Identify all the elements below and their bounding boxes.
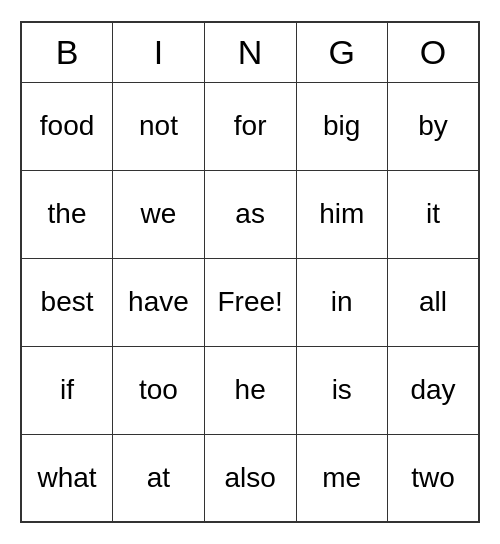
bingo-cell-2-2: Free! (204, 258, 296, 346)
bingo-card: BINGO foodnotforbigbytheweashimitbesthav… (20, 21, 480, 523)
header-col-n: N (204, 22, 296, 82)
bingo-cell-3-0: if (21, 346, 113, 434)
bingo-cell-4-0: what (21, 434, 113, 522)
bingo-cell-4-2: also (204, 434, 296, 522)
bingo-row-2: besthaveFree!inall (21, 258, 479, 346)
bingo-cell-2-4: all (387, 258, 479, 346)
bingo-cell-1-1: we (113, 170, 205, 258)
header-col-b: B (21, 22, 113, 82)
bingo-cell-1-0: the (21, 170, 113, 258)
bingo-cell-0-2: for (204, 82, 296, 170)
bingo-header-row: BINGO (21, 22, 479, 82)
bingo-row-4: whatatalsometwo (21, 434, 479, 522)
bingo-cell-3-1: too (113, 346, 205, 434)
header-col-g: G (296, 22, 387, 82)
bingo-cell-4-3: me (296, 434, 387, 522)
bingo-row-0: foodnotforbigby (21, 82, 479, 170)
bingo-cell-0-0: food (21, 82, 113, 170)
bingo-cell-0-3: big (296, 82, 387, 170)
bingo-cell-4-4: two (387, 434, 479, 522)
bingo-cell-3-3: is (296, 346, 387, 434)
bingo-cell-3-2: he (204, 346, 296, 434)
bingo-cell-2-1: have (113, 258, 205, 346)
bingo-cell-1-2: as (204, 170, 296, 258)
header-col-o: O (387, 22, 479, 82)
bingo-row-1: theweashimit (21, 170, 479, 258)
bingo-row-3: iftooheisday (21, 346, 479, 434)
bingo-cell-2-0: best (21, 258, 113, 346)
bingo-cell-0-1: not (113, 82, 205, 170)
bingo-cell-0-4: by (387, 82, 479, 170)
bingo-cell-4-1: at (113, 434, 205, 522)
header-col-i: I (113, 22, 205, 82)
bingo-cell-3-4: day (387, 346, 479, 434)
bingo-cell-2-3: in (296, 258, 387, 346)
bingo-cell-1-4: it (387, 170, 479, 258)
bingo-cell-1-3: him (296, 170, 387, 258)
